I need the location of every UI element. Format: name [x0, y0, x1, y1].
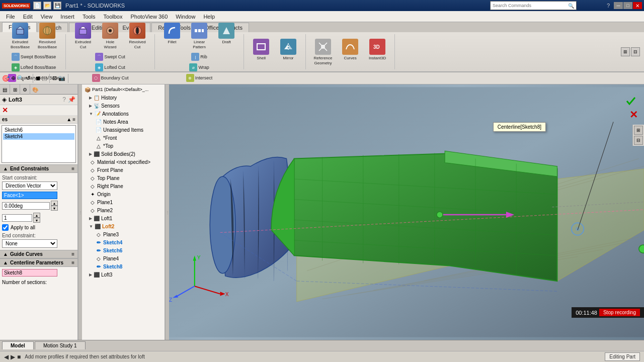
view-panel-btn[interactable]: ⊞ [634, 126, 643, 135]
multiplier-input[interactable] [2, 214, 32, 222]
tree-solid-bodies[interactable]: ▶ ⬛ Solid Bodies(2) [83, 150, 164, 158]
tree-plane3[interactable]: ◇ Plane3 [83, 230, 164, 238]
tree-material[interactable]: ◇ Material <not specified> [83, 158, 164, 166]
swept-cut-button[interactable]: ⌒ Swept Cut [93, 52, 127, 62]
lofted-boss-button[interactable]: ◈ Lofted Boss/Base [10, 62, 58, 72]
help-icon[interactable]: ? [607, 3, 610, 9]
mirror-button[interactable]: Mirror [275, 37, 301, 67]
collapse-handle[interactable]: ⋮ [78, 84, 82, 340]
tree-front-plane[interactable]: ◇ Front Plane [83, 166, 164, 174]
tree-plane4[interactable]: ◇ Plane4 [83, 254, 164, 262]
tree-plane2[interactable]: ◇ Plane2 [83, 206, 164, 214]
tree-front-plane-ann[interactable]: △ *Front [83, 134, 164, 142]
multiplier-down-button[interactable]: ▼ [33, 218, 40, 223]
lofted-cut-button[interactable]: ◈ Lofted Cut [93, 62, 127, 72]
tree-viewport-handle[interactable]: ⋮ [165, 84, 169, 340]
angle-up-button[interactable]: ▲ [51, 201, 58, 206]
tree-top-plane-ann[interactable]: △ *Top [83, 142, 164, 150]
tree-history[interactable]: ▶ 📋 History [83, 94, 164, 102]
tree-origin[interactable]: ✦ Origin [83, 190, 164, 198]
close-button[interactable]: ✕ [633, 2, 642, 9]
centerline-menu-icon[interactable]: ≡ [71, 260, 74, 265]
tree-sketch6[interactable]: ✏ Sketch6 [83, 246, 164, 254]
open-icon[interactable]: 📂 [43, 2, 51, 10]
next-button[interactable]: ▶ [11, 353, 15, 360]
end-constraints-menu-icon[interactable]: ≡ [71, 166, 74, 171]
extruded-cut-button[interactable]: ExtrudedCut [70, 21, 96, 51]
profiles-expand-icon[interactable]: ▲ [66, 117, 71, 122]
tree-loft3[interactable]: ▶ ⬛ Loft3 [83, 270, 164, 279]
apply-to-all-checkbox[interactable] [2, 224, 9, 231]
search-input[interactable] [493, 3, 568, 8]
face-input[interactable] [2, 192, 57, 199]
menu-help[interactable]: Help [199, 13, 219, 21]
expand-panel-btn[interactable]: ⊟ [634, 136, 643, 145]
panel-pin-icon[interactable]: 📌 [68, 96, 75, 103]
rib-button[interactable]: | Rib [189, 52, 209, 62]
save-icon[interactable]: 💾 [53, 2, 61, 10]
section-view-icon[interactable]: ⊡ [52, 75, 57, 81]
menu-photoview[interactable]: PhotoView 360 [126, 13, 172, 21]
fillet-button[interactable]: Fillet [159, 21, 185, 51]
profile-item-sketch4[interactable]: Sketch4 [3, 133, 74, 140]
menu-view[interactable]: View [37, 13, 57, 21]
tree-top-plane[interactable]: ◇ Top Plane [83, 174, 164, 182]
revolved-cut-button[interactable]: RevolvedCut [124, 21, 150, 51]
stop-recording-button[interactable]: Stop recording [599, 309, 640, 316]
curves-button[interactable]: Curves [337, 37, 363, 67]
revolved-boss-button[interactable]: RevolvedBoss/Base [34, 21, 60, 51]
shell-button[interactable]: Shell [248, 37, 274, 67]
panel-tab-props[interactable]: ⊞ [10, 84, 20, 95]
display-mode-icon[interactable]: ◼ [36, 75, 40, 81]
swept-boss-button[interactable]: ⌒ Swept Boss/Base [10, 52, 58, 62]
menu-window[interactable]: Window [172, 13, 199, 21]
centerline-header[interactable]: ▲ Centerline Parameters ≡ [0, 258, 77, 267]
draft-button[interactable]: Draft [213, 21, 239, 51]
ribbon-right-btn2[interactable]: ⊟ [631, 47, 640, 56]
end-constraints-header[interactable]: ▲ End Constraints ≡ [0, 164, 77, 173]
menu-insert[interactable]: Insert [56, 13, 78, 21]
tree-sketch8[interactable]: ✏ Sketch8 [83, 262, 164, 270]
angle-input[interactable] [2, 202, 50, 210]
tree-loft1[interactable]: ▶ ⬛ Loft1 [83, 214, 164, 222]
reference-geometry-button[interactable]: ReferenceGeometry [310, 37, 336, 67]
guide-curves-header[interactable]: ▲ Guide Curves ≡ [0, 250, 77, 258]
linear-pattern-button[interactable]: LinearPattern [186, 21, 212, 51]
intersect-button[interactable]: ⊗ Intersect [184, 73, 215, 83]
wrap-button[interactable]: ⌀ Wrap [187, 62, 211, 72]
angle-down-button[interactable]: ▼ [51, 206, 58, 211]
panel-tab-features[interactable]: ▤ [0, 84, 10, 95]
hole-wizard-button[interactable]: HoleWizard [97, 21, 123, 51]
start-constraint-dropdown[interactable]: Direction Vector [2, 182, 57, 190]
menu-tools[interactable]: Tools [78, 13, 100, 21]
centerline-input[interactable] [2, 269, 57, 277]
camera-icon[interactable]: 📷 [58, 75, 65, 81]
rotate-icon[interactable]: ↺ [26, 75, 30, 81]
profiles-menu-icon[interactable]: ≡ [72, 117, 75, 122]
ribbon-right-btn1[interactable]: ⊞ [621, 47, 630, 56]
menu-edit[interactable]: Edit [19, 13, 37, 21]
view-orientation-icon[interactable]: 🎯 [2, 75, 10, 82]
instant3d-button[interactable]: 3D Instant3D [364, 37, 390, 67]
x-button[interactable]: ✕ [2, 106, 8, 114]
tree-part-root[interactable]: 📦 Part1 (Default<<Default>_... [83, 85, 164, 94]
viewport[interactable]: Y X Z Centerline[Sketch8] [169, 84, 644, 340]
menu-file[interactable]: File [2, 13, 19, 21]
tree-plane1[interactable]: ◇ Plane1 [83, 198, 164, 206]
stop-button[interactable]: ■ [17, 353, 21, 360]
tree-sensors[interactable]: ▶ 📡 Sensors [83, 102, 164, 110]
cancel-button[interactable]: ✕ [629, 109, 638, 121]
maximize-button[interactable]: □ [623, 2, 632, 9]
guide-curves-menu-icon[interactable]: ≡ [71, 251, 74, 257]
profile-item-sketch6[interactable]: Sketch6 [3, 127, 74, 133]
panel-tab-config[interactable]: ⚙ [20, 84, 30, 95]
tree-right-plane[interactable]: ◇ Right Plane [83, 182, 164, 190]
extruded-boss-button[interactable]: ExtrudedBoss/Base [7, 21, 33, 51]
tree-loft2[interactable]: ▼ ⬛ Loft2 [83, 222, 164, 230]
multiplier-up-button[interactable]: ▲ [33, 213, 40, 218]
tree-annotations[interactable]: ▼ 📝 Annotations [83, 110, 164, 118]
tree-unassigned-items[interactable]: 📄 Unassigned Items [83, 126, 164, 134]
panel-help-icon[interactable]: ? [62, 96, 66, 103]
panel-tab-appear[interactable]: 🎨 [30, 84, 40, 95]
tab-motion-study-1[interactable]: Motion Study 1 [35, 341, 86, 349]
